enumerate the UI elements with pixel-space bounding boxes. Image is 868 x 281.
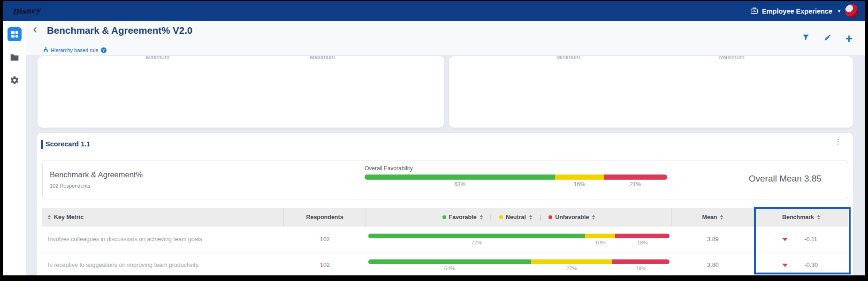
page-header: ‹ Benchmark & Agreement% V2.0 Hierarchy … [26, 21, 865, 55]
filter-icon[interactable] [802, 33, 810, 43]
favorability-labels: 54% 27% 19% [368, 266, 670, 271]
summary-respondents: 102 Respondents [50, 183, 90, 189]
gear-icon [10, 76, 19, 87]
scorecard-card: Scorecard 1.1 ⋮ Benchmark & Agreement% 1… [37, 133, 853, 275]
back-button[interactable]: ‹ [33, 23, 37, 36]
page-title: Benchmark & Agreement% V2.0 [47, 25, 192, 36]
top-navbar: Disney Employee Experience ▾ [3, 1, 865, 21]
unfavorable-dot-icon [548, 215, 552, 219]
favorability-bar [368, 234, 670, 238]
neutral-segment [555, 175, 603, 180]
minimum-label: Minimum [145, 56, 169, 61]
favorable-segment [365, 175, 555, 180]
summary-card: Benchmark & Agreement% 102 Respondents O… [42, 160, 848, 199]
sort-icon[interactable] [480, 215, 483, 220]
sidebar-item-folders[interactable] [10, 53, 19, 63]
help-icon[interactable]: ? [101, 47, 107, 53]
overall-favorability-bar [365, 175, 667, 180]
favorable-segment [368, 234, 585, 238]
trend-down-icon [782, 264, 788, 267]
content-area: ‹ Benchmark & Agreement% V2.0 Hierarchy … [26, 21, 865, 275]
scorecard-title: Scorecard 1.1 [46, 140, 90, 148]
neutral-pct: 27% [531, 266, 612, 271]
folder-icon [10, 53, 19, 63]
sort-icon[interactable] [529, 215, 532, 220]
workspace-dropdown[interactable]: Employee Experience ▾ [750, 7, 840, 15]
favorable-pct: 54% [368, 266, 531, 271]
unfavorable-pct: 19% [612, 266, 670, 271]
col-key-metric: Key Metric [42, 208, 284, 227]
edit-icon[interactable] [824, 34, 831, 43]
mean-value: 3.89 [672, 227, 754, 252]
favorability-bar [368, 259, 670, 264]
favorable-pct: 72% [368, 240, 585, 245]
minmax-card-right: Minimum Maximum [449, 56, 853, 128]
sort-icon[interactable] [720, 215, 723, 220]
col-respondents: Respondents [284, 208, 366, 227]
neutral-pct: 10% [585, 240, 615, 245]
hierarchy-rule: Hierarchy based rule ? [43, 47, 107, 53]
benchmark-value: -0.11 [805, 236, 821, 243]
workspace-label: Employee Experience [762, 8, 832, 15]
metric-text: Is receptive to suggestions on improving… [42, 252, 284, 275]
sort-icon[interactable] [48, 215, 51, 220]
sort-icon[interactable] [817, 215, 820, 220]
maximum-label: Maximum [310, 56, 335, 61]
favorability-bar-cell: 54% 27% 19% [366, 252, 672, 275]
metric-text: Involves colleagues in discussions on ac… [42, 227, 284, 252]
neutral-segment [585, 234, 615, 238]
maximum-label: Maximum [719, 56, 745, 61]
unfavorable-segment [615, 234, 670, 238]
trend-down-icon [782, 238, 788, 241]
table-row[interactable]: Involves colleagues in discussions on ac… [42, 227, 848, 252]
scorecard-titlebar: Scorecard 1.1 ⋮ [37, 133, 853, 160]
col-favorability-legend: Favorable | Neutral | Unfavorable [366, 208, 672, 227]
app-window: Disney Employee Experience ▾ [3, 1, 865, 275]
neutral-dot-icon [499, 215, 503, 219]
unfavorable-pct: 18% [615, 240, 670, 245]
favorable-dot-icon [442, 215, 446, 219]
favorability-labels: 72% 10% 18% [368, 240, 670, 245]
overall-favorability-labels: 63% 16% 21% [365, 181, 667, 188]
overall-favorability: Overall Favorability 63% 16% 21% [365, 165, 669, 188]
screenshot-frame: Disney Employee Experience ▾ [0, 0, 868, 281]
neutral-pct: 16% [555, 181, 603, 188]
disney-logo: Disney [12, 6, 40, 16]
scorecard-table: Key Metric Respondents Favorable | Neutr… [42, 208, 848, 275]
summary-title: Benchmark & Agreement% [50, 170, 143, 179]
benchmark-cell: -0.11 [754, 227, 848, 252]
col-mean: Mean [672, 208, 754, 227]
sort-icon[interactable] [592, 215, 595, 220]
sidebar-item-dashboard[interactable] [8, 27, 22, 41]
minmax-card-left: Minimum Maximum [38, 56, 444, 128]
sidebar [3, 21, 26, 275]
neutral-segment [531, 259, 612, 264]
sidebar-item-settings[interactable] [10, 76, 19, 87]
chevron-down-icon: ▾ [838, 8, 840, 14]
add-button[interactable]: + [845, 34, 853, 43]
table-header: Key Metric Respondents Favorable | Neutr… [42, 208, 848, 227]
benchmark-cell: -0.30 [754, 252, 848, 275]
table-row[interactable]: Is receptive to suggestions on improving… [42, 252, 848, 275]
unfavorable-segment [604, 175, 667, 180]
hierarchy-rule-label: Hierarchy based rule [51, 47, 99, 53]
overall-favorability-label: Overall Favorability [365, 165, 669, 172]
mean-value: 3.80 [672, 252, 754, 275]
briefcase-icon [750, 7, 758, 15]
hierarchy-icon [43, 47, 48, 53]
unfavorable-pct: 21% [604, 181, 667, 188]
minimum-label: Minimum [556, 56, 580, 61]
avatar[interactable] [845, 4, 859, 18]
respondents-value: 102 [284, 252, 366, 275]
kebab-menu-icon[interactable]: ⋮ [835, 137, 842, 146]
benchmark-value: -0.30 [805, 262, 821, 268]
favorable-segment [368, 259, 531, 264]
title-accent-bar [41, 140, 43, 149]
dashboard-grid-icon [11, 31, 18, 38]
respondents-value: 102 [284, 227, 366, 252]
unfavorable-segment [612, 259, 670, 264]
favorability-bar-cell: 72% 10% 18% [366, 227, 672, 252]
col-benchmark: Benchmark [754, 208, 848, 227]
overall-mean: Overall Mean 3.85 [749, 174, 822, 184]
favorable-pct: 63% [365, 181, 555, 188]
